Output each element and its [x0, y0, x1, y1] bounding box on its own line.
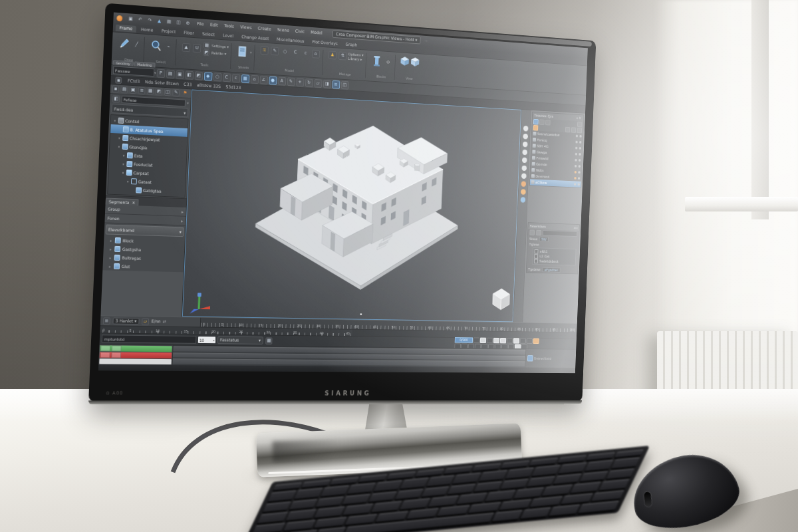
toggle-dot[interactable] — [579, 153, 581, 156]
filter-icon[interactable] — [539, 119, 545, 125]
menu-model[interactable]: Model — [307, 29, 325, 36]
more-icon[interactable] — [577, 121, 583, 127]
key-button[interactable] — [111, 352, 121, 358]
diamond-icon[interactable]: ◇ — [384, 58, 392, 66]
mesh-icon[interactable] — [522, 158, 527, 164]
pin-icon[interactable] — [533, 125, 539, 131]
snap-icon[interactable]: ◆ — [203, 72, 212, 80]
chevron-icon[interactable]: ▸ — [109, 238, 113, 242]
toggle-dot[interactable] — [575, 165, 577, 168]
undo-icon[interactable]: ↶ — [136, 15, 144, 25]
save-icon[interactable]: ▣ — [126, 14, 135, 23]
playback-button[interactable] — [527, 338, 533, 343]
save-icon[interactable]: ▣ — [130, 86, 137, 94]
toggle-dot[interactable] — [579, 135, 581, 138]
cube-3d-icon[interactable] — [400, 56, 409, 66]
layers-icon[interactable]: ≡ — [138, 87, 146, 94]
toggle-dot[interactable] — [578, 177, 580, 180]
brush-icon[interactable] — [522, 142, 527, 148]
app-menu-button[interactable] — [116, 15, 122, 21]
move-icon[interactable]: + — [296, 78, 304, 86]
toggle-dot[interactable] — [576, 135, 578, 138]
chevron-icon[interactable]: ▾ — [121, 170, 125, 174]
check-icon[interactable] — [523, 126, 528, 132]
auto-key-button[interactable] — [533, 338, 539, 343]
circle-icon[interactable]: ○ — [213, 72, 221, 81]
stop-button[interactable] — [100, 352, 110, 358]
toggle-dot[interactable] — [575, 153, 577, 156]
toggle-dot[interactable] — [579, 159, 581, 162]
palette-button[interactable]: ◩Palette ▾ — [203, 49, 229, 57]
magnifier-icon[interactable] — [150, 38, 163, 53]
curve-tool-icon[interactable]: c — [301, 49, 309, 58]
playback-button[interactable] — [500, 338, 506, 343]
param-icon[interactable]: P — [156, 68, 165, 78]
viewport-token[interactable]: aBtdsw 33S — [197, 82, 221, 89]
viewport-token[interactable]: Nda Setw Btswn — [145, 79, 179, 86]
toggle-dot[interactable] — [574, 183, 576, 186]
pen-icon[interactable]: ✎ — [271, 47, 279, 55]
ribbon-tab-level[interactable]: Level — [219, 32, 237, 40]
menu-edit[interactable]: Edit — [207, 22, 221, 28]
playback-button[interactable] — [480, 337, 487, 342]
house-icon[interactable]: ⌂ — [312, 50, 320, 59]
open-icon[interactable]: ▤ — [121, 86, 128, 94]
toggle-dot[interactable] — [579, 147, 581, 150]
chevron-icon[interactable]: ▾ — [117, 136, 121, 140]
shape-icon[interactable] — [523, 134, 528, 140]
chevron-icon[interactable]: ▾ — [122, 162, 126, 166]
material-icon[interactable]: ◩ — [156, 88, 162, 95]
checkbox[interactable] — [534, 254, 538, 259]
name-input[interactable] — [113, 66, 154, 76]
prompt-input[interactable] — [102, 334, 197, 344]
prop-icon[interactable] — [536, 230, 541, 235]
3d-viewport[interactable] — [182, 89, 521, 322]
magnet-icon[interactable]: U — [193, 44, 201, 53]
list-icon[interactable]: ≡ — [103, 317, 110, 325]
ribbon-tab-select[interactable]: Select — [198, 30, 219, 38]
folder-icon[interactable]: ▱ — [142, 318, 149, 325]
flask-icon[interactable]: ⚗ — [338, 51, 346, 60]
toggle-dot[interactable] — [578, 183, 580, 186]
pencil-icon[interactable] — [117, 36, 130, 51]
rotate-icon[interactable]: ↻ — [305, 78, 313, 87]
view-icon[interactable]: ◫ — [164, 88, 171, 96]
prop-field[interactable] — [543, 230, 577, 237]
save-icon[interactable]: ▣ — [176, 70, 184, 79]
prop-icon[interactable] — [529, 229, 535, 235]
playback-button[interactable] — [520, 338, 526, 343]
arc-icon[interactable]: C — [222, 73, 231, 82]
menu-create[interactable]: Create — [255, 25, 274, 32]
environment-dropdown[interactable]: Elevsrkbamd▾ — [106, 224, 184, 237]
lock-icon[interactable]: A — [278, 76, 286, 85]
toggle-dot[interactable] — [579, 165, 581, 168]
library-button[interactable]: Library ▸ — [348, 57, 363, 61]
ribbon-tab-plot-overlays[interactable]: Plot Overlays — [309, 38, 342, 47]
open-icon[interactable]: ▤ — [166, 69, 174, 78]
grid-toggle-icon[interactable]: ▦ — [265, 337, 273, 344]
chevron-icon[interactable]: ▾ — [122, 153, 126, 157]
view-icon[interactable]: ◫ — [340, 80, 348, 89]
group-icon[interactable] — [571, 127, 577, 133]
mirror-icon[interactable]: ◨ — [323, 79, 331, 88]
sun-icon[interactable] — [521, 189, 526, 195]
material-icon[interactable]: ◩ — [194, 71, 203, 80]
playback-button[interactable] — [473, 337, 480, 342]
listener-row[interactable] — [99, 358, 172, 364]
viewport-token[interactable]: C33 — [184, 82, 192, 88]
toggle-dot[interactable] — [574, 177, 576, 180]
chevron-icon[interactable]: ▾ — [117, 144, 121, 148]
ribbon-tab-floor[interactable]: Floor — [180, 29, 198, 37]
playback-button[interactable] — [513, 338, 519, 343]
home-icon[interactable]: ⌂ — [250, 74, 259, 83]
curve-icon[interactable]: c — [231, 73, 240, 82]
selection-set-dropdown[interactable]: 3 Hanlet ▾ — [112, 318, 139, 325]
playback-button[interactable] — [493, 337, 500, 342]
toggle-dot[interactable] — [578, 171, 580, 174]
pen-icon[interactable]: ✎ — [172, 89, 179, 96]
link-icon[interactable]: ⊕ — [184, 19, 192, 28]
viewport-token[interactable]: FCtd3 — [128, 78, 140, 84]
arc-tool-icon[interactable]: C — [291, 48, 299, 57]
panel-buttons[interactable]: ▫✕ — [576, 116, 582, 120]
prop-value[interactable]: aFgsdtse — [542, 267, 560, 273]
